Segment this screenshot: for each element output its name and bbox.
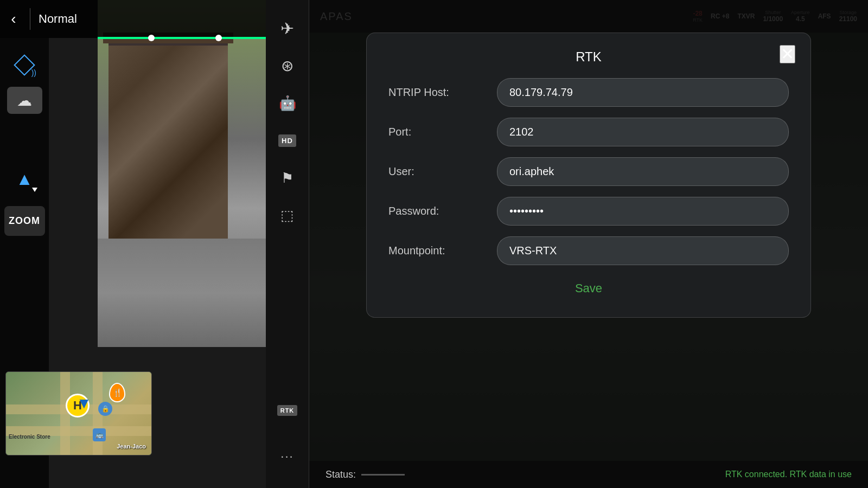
status-left: Status: — [326, 469, 405, 480]
nav-arrow-icon: ▲ — [16, 169, 33, 189]
sidebar-drone-button[interactable]: ✈ — [272, 13, 303, 43]
signal-icon: )) — [31, 68, 36, 77]
sidebar-more-button[interactable]: ··· — [272, 441, 303, 472]
password-label: Password: — [388, 205, 497, 217]
user-row: User: — [388, 157, 789, 186]
back-button[interactable]: ‹ — [0, 0, 27, 38]
camera-feed — [98, 0, 266, 347]
sidebar-rtk-button[interactable]: RTK — [272, 395, 303, 426]
password-row: Password: — [388, 197, 789, 226]
password-input[interactable] — [497, 197, 789, 226]
zoom-button[interactable]: ZOOM — [4, 206, 45, 236]
save-button[interactable]: Save — [559, 276, 618, 301]
rtk-close-button[interactable]: ✕ — [780, 45, 795, 63]
fork-pin: 🍴 — [109, 383, 125, 402]
map-nav-arrow: ▼ — [76, 395, 92, 412]
user-label: User: — [388, 165, 497, 178]
map-pin-orange: 🍴 — [109, 383, 125, 402]
port-input[interactable] — [497, 118, 789, 146]
progress-dot-right — [215, 35, 222, 41]
map-label-street: Jean-Jaco — [117, 443, 146, 450]
sidebar-hd-button[interactable]: HD — [272, 125, 303, 156]
sidebar-icon-diamond[interactable]: )) — [8, 49, 41, 81]
rtk-modal-overlay: RTK ✕ NTRIP Host: Port: User: Password: … — [309, 0, 868, 488]
map-label-electronics: Electronic Store — [9, 434, 50, 440]
compass-icon: ⊛ — [281, 57, 293, 75]
status-bar: Status: RTK connected. RTK data in use — [309, 461, 868, 488]
cloud-icon: ☁ — [17, 92, 32, 110]
robot-icon: 🤖 — [279, 95, 296, 112]
progress-bar — [98, 37, 266, 39]
ntrip-host-label: NTRIP Host: — [388, 86, 497, 99]
rtk-icon: RTK — [277, 405, 298, 416]
more-dots-icon: ··· — [280, 450, 293, 464]
mountpoint-input[interactable] — [497, 236, 789, 265]
cloud-button[interactable]: ☁ — [7, 87, 42, 114]
zoom-label: ZOOM — [9, 215, 40, 227]
camera-icon: ⬚ — [280, 207, 294, 224]
sidebar-camera-button[interactable]: ⬚ — [272, 200, 303, 230]
sidebar-flag-button[interactable]: ⚑ — [272, 163, 303, 193]
back-arrow-icon: ‹ — [11, 10, 16, 28]
ntrip-host-row: NTRIP Host: — [388, 78, 789, 107]
status-label: Status: — [326, 469, 356, 480]
progress-dot-left — [148, 35, 155, 41]
map-background: 🍴 H 🔒 ▼ 🚌 Electronic Store Jean-Jaco — [6, 372, 151, 455]
sidebar-compass-button[interactable]: ⊛ — [272, 50, 303, 81]
ntrip-host-input[interactable] — [497, 78, 789, 107]
flag-icon: ⚑ — [281, 170, 293, 187]
map-thumbnail[interactable]: 🍴 H 🔒 ▼ 🚌 Electronic Store Jean-Jaco — [5, 371, 152, 455]
port-label: Port: — [388, 126, 497, 138]
map-pin-lock: 🔒 — [98, 402, 112, 416]
mountpoint-row: Mountpoint: — [388, 236, 789, 265]
rtk-connected-text: RTK connected. RTK data in use — [725, 470, 852, 479]
top-bar: ‹ Normal — [0, 0, 266, 38]
map-bus-pin: 🚌 — [93, 428, 106, 441]
hd-icon: HD — [278, 134, 296, 147]
nav-arrow-small-icon — [32, 188, 37, 192]
progress-bar-container — [98, 37, 266, 39]
drone-icon: ✈ — [280, 19, 294, 38]
rtk-modal: RTK ✕ NTRIP Host: Port: User: Password: … — [366, 33, 811, 318]
sidebar-icon-nav[interactable]: ▲ — [8, 163, 41, 195]
sidebar-robot-button[interactable]: 🤖 — [272, 88, 303, 118]
right-sidebar: ✈ ⊛ 🤖 HD ⚑ ⬚ RTK ··· — [266, 0, 309, 488]
mountpoint-label: Mountpoint: — [388, 245, 497, 257]
rtk-modal-title: RTK — [388, 49, 789, 65]
divider — [30, 8, 30, 30]
port-row: Port: — [388, 118, 789, 146]
user-input[interactable] — [497, 157, 789, 186]
status-line — [361, 474, 405, 476]
mode-label: Normal — [39, 12, 77, 26]
